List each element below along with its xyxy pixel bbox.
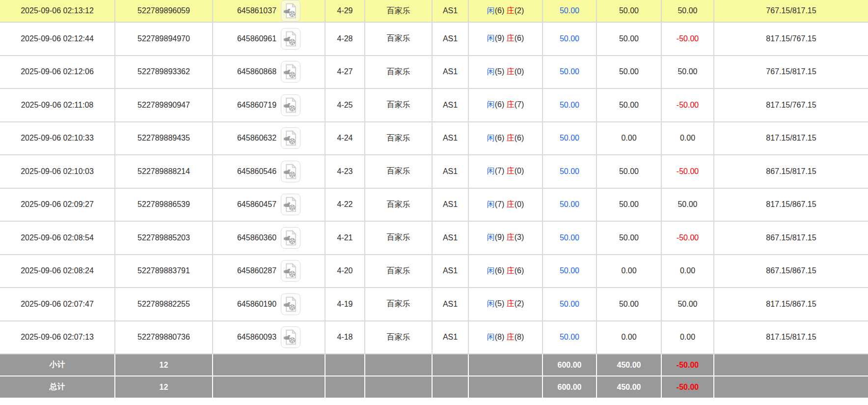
total-row: 总计 12 600.00 450.00 -50.00 <box>0 376 868 398</box>
cell-game-type: 百家乐 <box>365 122 432 155</box>
video-replay-button[interactable] <box>281 28 300 50</box>
total-label: 总计 <box>0 376 115 398</box>
banker-result-label: 庄 <box>507 233 515 241</box>
cell-bet-id: 522789893362 <box>115 56 213 89</box>
video-replay-button[interactable] <box>281 260 300 282</box>
cell-bet-amount: 50.00 <box>542 221 597 255</box>
cell-game-id: 645860457 <box>213 188 325 222</box>
video-replay-button[interactable] <box>281 94 300 116</box>
banker-result-count: (0) <box>515 167 524 175</box>
subtotal-row: 小计 12 600.00 450.00 -50.00 <box>0 354 868 376</box>
cell-result: 闲(5) 庄(0) <box>468 56 542 89</box>
cell-bet-id: 522789885203 <box>115 221 213 255</box>
banker-result-label: 庄 <box>507 299 515 308</box>
cell-table: AS1 <box>432 0 468 22</box>
cell-winloss: -50.00 <box>661 155 714 188</box>
video-file-icon <box>283 63 298 80</box>
cell-time: 2025-09-06 02:07:13 <box>0 321 115 354</box>
cell-round: 4-22 <box>325 188 365 222</box>
cell-time: 2025-09-06 02:08:54 <box>0 221 115 255</box>
subtotal-valid: 450.00 <box>597 354 661 376</box>
player-result-label: 闲 <box>487 167 495 175</box>
banker-result-count: (0) <box>515 67 524 76</box>
video-replay-button[interactable] <box>281 61 300 83</box>
video-replay-button[interactable] <box>281 293 300 315</box>
cell-bet-id: 522789886539 <box>115 188 213 222</box>
cell-valid-amount: 0.00 <box>597 255 661 288</box>
banker-result-label: 庄 <box>507 34 515 42</box>
video-replay-button[interactable] <box>281 326 300 348</box>
table-row: 2025-09-06 02:08:54 522789885203 6458603… <box>0 221 868 255</box>
cell-game-id: 645860632 <box>213 122 325 155</box>
cell-winloss: 50.00 <box>661 0 714 22</box>
banker-result-count: (3) <box>515 233 524 241</box>
game-id-text: 645860190 <box>237 300 276 309</box>
cell-winloss: 50.00 <box>661 188 714 222</box>
cell-bet-amount: 50.00 <box>542 0 597 22</box>
player-result-count: (6) <box>495 266 505 275</box>
cell-time: 2025-09-06 02:11:08 <box>0 88 115 122</box>
cell-round: 4-27 <box>325 56 365 89</box>
cell-balance: 817.15/867.15 <box>714 188 868 222</box>
cell-balance: 817.15/767.15 <box>714 88 868 122</box>
cell-bet-id: 522789894970 <box>115 22 213 56</box>
banker-result-count: (8) <box>515 333 524 341</box>
cell-balance: 817.15/817.15 <box>714 122 868 155</box>
subtotal-bet: 600.00 <box>542 354 597 376</box>
bet-amount-link[interactable]: 50.00 <box>560 300 579 308</box>
bet-amount-link[interactable]: 50.00 <box>560 266 579 275</box>
banker-result-count: (6) <box>515 134 524 142</box>
cell-bet-id: 522789889435 <box>115 122 213 155</box>
bet-amount-link[interactable]: 50.00 <box>560 67 579 76</box>
video-replay-button[interactable] <box>281 194 300 215</box>
cell-winloss: 0.00 <box>661 321 714 354</box>
cell-bet-amount: 50.00 <box>542 56 597 89</box>
table-row: 2025-09-06 02:12:44 522789894970 6458609… <box>0 22 868 56</box>
cell-round: 4-18 <box>325 321 365 354</box>
video-file-icon <box>283 196 298 213</box>
bet-amount-link[interactable]: 50.00 <box>560 233 579 242</box>
cell-round: 4-24 <box>325 122 365 155</box>
bet-amount-link[interactable]: 50.00 <box>560 333 579 341</box>
banker-result-label: 庄 <box>507 266 515 275</box>
bet-amount-link[interactable]: 50.00 <box>560 6 579 15</box>
cell-game-type: 百家乐 <box>365 22 432 56</box>
bet-amount-link[interactable]: 50.00 <box>560 167 579 175</box>
bet-amount-link[interactable]: 50.00 <box>560 134 579 142</box>
cell-round: 4-20 <box>325 255 365 288</box>
cell-result: 闲(9) 庄(3) <box>468 221 542 255</box>
cell-bet-id: 522789880736 <box>115 321 213 354</box>
cell-bet-amount: 50.00 <box>542 88 597 122</box>
cell-winloss: -50.00 <box>661 88 714 122</box>
video-replay-button[interactable] <box>281 127 300 149</box>
player-result-label: 闲 <box>487 266 495 275</box>
cell-round: 4-28 <box>325 22 365 56</box>
total-valid: 450.00 <box>597 376 661 398</box>
banker-result-count: (6) <box>515 34 524 42</box>
bet-amount-link[interactable]: 50.00 <box>560 101 579 109</box>
player-result-label: 闲 <box>487 299 495 308</box>
player-result-label: 闲 <box>487 200 495 208</box>
bet-amount-link[interactable]: 50.00 <box>560 34 579 43</box>
game-id-text: 645860961 <box>237 34 276 43</box>
cell-result: 闲(5) 庄(2) <box>468 288 542 321</box>
cell-time: 2025-09-06 02:10:33 <box>0 122 115 155</box>
cell-game-type: 百家乐 <box>365 56 432 89</box>
cell-result: 闲(6) 庄(7) <box>468 88 542 122</box>
cell-table: AS1 <box>432 56 468 89</box>
cell-result: 闲(7) 庄(0) <box>468 155 542 188</box>
cell-bet-amount: 50.00 <box>542 122 597 155</box>
banker-result-label: 庄 <box>507 67 515 76</box>
game-id-text: 645860632 <box>237 134 276 143</box>
cell-winloss: 50.00 <box>661 288 714 321</box>
table-row: 2025-09-06 02:13:12 522789896059 6458610… <box>0 0 868 22</box>
table-row: 2025-09-06 02:07:13 522789880736 6458600… <box>0 321 868 354</box>
video-replay-button[interactable] <box>281 227 300 249</box>
cell-game-id: 645860190 <box>213 288 325 321</box>
cell-game-type: 百家乐 <box>365 0 432 22</box>
cell-winloss: -50.00 <box>661 221 714 255</box>
video-replay-button[interactable] <box>281 0 300 22</box>
bet-amount-link[interactable]: 50.00 <box>560 200 579 208</box>
subtotal-count: 12 <box>115 354 213 376</box>
video-replay-button[interactable] <box>281 161 300 182</box>
